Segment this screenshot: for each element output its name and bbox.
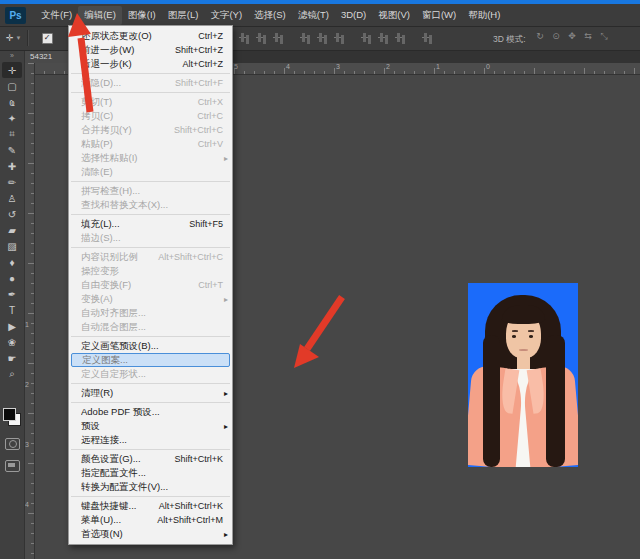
eyedropper-tool[interactable]: ✎ (2, 142, 22, 158)
menubar-item-3DD[interactable]: 3D(D) (335, 6, 372, 25)
3d-mode-icon-2[interactable]: ⊙ (548, 31, 564, 42)
lasso-tool[interactable]: ҩ (2, 94, 22, 110)
pen-tool[interactable]: ✒ (2, 286, 22, 302)
rectangular-marquee-tool[interactable]: ▢ (2, 78, 22, 94)
align-right-edges-icon[interactable] (333, 31, 346, 44)
menu-item-label: 远程连接... (81, 434, 223, 447)
move-tool[interactable]: ✛ (2, 62, 22, 78)
menubar-item-窗口W[interactable]: 窗口(W) (416, 6, 462, 25)
menubar-item-选择S[interactable]: 选择(S) (248, 6, 292, 25)
align-top-edges-icon[interactable] (238, 31, 251, 44)
menubar-item-编辑E[interactable]: 编辑(E) (78, 6, 122, 25)
3d-mode-icon-5[interactable]: ⤡ (596, 31, 612, 42)
align-left-edges-icon[interactable] (299, 31, 312, 44)
menu-item-预设[interactable]: 预设▸ (69, 419, 232, 433)
menu-item-清理R[interactable]: 清理(R)▸ (69, 386, 232, 400)
menu-item-首选项N[interactable]: 首选项(N)▸ (69, 527, 232, 541)
menubar-item-文字Y[interactable]: 文字(Y) (204, 6, 248, 25)
menu-item-还原状态更改O[interactable]: 还原状态更改(O)Ctrl+Z (69, 29, 232, 43)
menu-item-label: 操控变形 (81, 265, 223, 278)
menu-item-自动对齐图层[interactable]: 自动对齐图层... (69, 306, 232, 320)
menubar-item-视图V[interactable]: 视图(V) (372, 6, 416, 25)
menu-item-shortcut: Alt+Ctrl+Z (182, 59, 223, 69)
foreground-color-swatch[interactable] (3, 408, 16, 421)
ruler-tick (31, 433, 34, 434)
menu-item-远程连接[interactable]: 远程连接... (69, 433, 232, 447)
menu-item-菜单U[interactable]: 菜单(U)...Alt+Shift+Ctrl+M (69, 513, 232, 527)
menu-item-颜色设置G[interactable]: 颜色设置(G)...Shift+Ctrl+K (69, 452, 232, 466)
submenu-arrow-icon: ▸ (224, 530, 228, 539)
menu-item-剪切T[interactable]: 剪切(T)Ctrl+X (69, 95, 232, 109)
menubar-item-文件F[interactable]: 文件(F) (35, 6, 78, 25)
menu-item-渐隐D[interactable]: 渐隐(D)...Shift+Ctrl+F (69, 76, 232, 90)
dodge-tool[interactable]: ● (2, 270, 22, 286)
spot-healing-brush-tool[interactable]: ✚ (2, 158, 22, 174)
align-bottom-edges-icon[interactable] (272, 31, 285, 44)
menu-item-键盘快捷键[interactable]: 键盘快捷键...Alt+Shift+Ctrl+K (69, 499, 232, 513)
menu-item-操控变形[interactable]: 操控变形 (69, 264, 232, 278)
quick-mask-button[interactable] (5, 438, 20, 450)
move-tool-preset[interactable]: ✛ ▼ (6, 33, 22, 43)
3d-mode-icon-1[interactable]: ↻ (532, 31, 548, 42)
distribute-top-edges-icon[interactable] (360, 31, 373, 44)
menubar-item-图像I[interactable]: 图像(I) (122, 6, 162, 25)
type-tool[interactable]: T (2, 302, 22, 318)
distribute-vertical-centers-icon[interactable] (377, 31, 390, 44)
menu-item-填充L[interactable]: 填充(L)...Shift+F5 (69, 217, 232, 231)
menu-item-自由变换F[interactable]: 自由变换(F)Ctrl+T (69, 278, 232, 292)
menu-item-转换为配置文件V[interactable]: 转换为配置文件(V)... (69, 480, 232, 494)
menu-item-指定配置文件[interactable]: 指定配置文件... (69, 466, 232, 480)
menu-item-定义自定形状[interactable]: 定义自定形状... (69, 367, 232, 381)
ruler-tick (544, 71, 545, 74)
auto-select-checkbox[interactable]: ✓ (42, 33, 53, 44)
menubar-item-帮助H[interactable]: 帮助(H) (462, 6, 506, 25)
quick-selection-tool[interactable]: ✦ (2, 110, 22, 126)
toolbox-collapse-button[interactable]: » (10, 50, 14, 62)
menu-item-label: Adobe PDF 预设... (81, 406, 223, 419)
brush-tool[interactable]: ✏ (2, 174, 22, 190)
custom-shape-tool[interactable]: ❀ (2, 334, 22, 350)
align-vertical-centers-icon[interactable] (255, 31, 268, 44)
zoom-tool[interactable]: ⌕ (2, 366, 22, 382)
menu-item-变换A[interactable]: 变换(A)▸ (69, 292, 232, 306)
auto-align-layers-icon[interactable] (421, 31, 434, 44)
menu-item-描边S[interactable]: 描边(S)... (69, 231, 232, 245)
menu-item-定义图案[interactable]: 定义图案... (71, 353, 230, 367)
clone-stamp-tool[interactable]: ♙ (2, 190, 22, 206)
align-horizontal-centers-icon[interactable] (316, 31, 329, 44)
menu-item-合并拷贝Y[interactable]: 合并拷贝(Y)Shift+Ctrl+C (69, 123, 232, 137)
path-selection-tool[interactable]: ▶ (2, 318, 22, 334)
eraser-tool[interactable]: ▰ (2, 222, 22, 238)
menu-item-拼写检查H[interactable]: 拼写检查(H)... (69, 184, 232, 198)
ruler-tick (384, 68, 385, 74)
menu-item-自动混合图层[interactable]: 自动混合图层... (69, 320, 232, 334)
gradient-tool[interactable]: ▨ (2, 238, 22, 254)
menu-item-后退一步K[interactable]: 后退一步(K)Alt+Ctrl+Z (69, 57, 232, 71)
ruler-tick (624, 71, 625, 74)
ruler-tick (31, 353, 34, 354)
color-swatches[interactable] (3, 408, 21, 426)
menu-item-拷贝C[interactable]: 拷贝(C)Ctrl+C (69, 109, 232, 123)
history-brush-tool[interactable]: ↺ (2, 206, 22, 222)
menubar-item-图层L[interactable]: 图层(L) (162, 6, 205, 25)
3d-mode-icon-4[interactable]: ⇆ (580, 31, 596, 42)
3d-mode-icon-3[interactable]: ✥ (564, 31, 580, 42)
blur-tool[interactable]: ♦ (2, 254, 22, 270)
menu-item-查找和替换文本X[interactable]: 查找和替换文本(X)... (69, 198, 232, 212)
menubar-item-滤镜T[interactable]: 滤镜(T) (292, 6, 335, 25)
menu-item-定义画笔预设B[interactable]: 定义画笔预设(B)... (69, 339, 232, 353)
ruler-tick (31, 273, 34, 274)
screen-mode-button[interactable] (5, 460, 20, 472)
menu-item-清除E[interactable]: 清除(E) (69, 165, 232, 179)
menu-item-内容识别比例[interactable]: 内容识别比例Alt+Shift+Ctrl+C (69, 250, 232, 264)
id-photo-image[interactable] (468, 283, 578, 467)
menu-item-Adobe PDF 预设[interactable]: Adobe PDF 预设... (69, 405, 232, 419)
menu-item-label: 选择性粘贴(I) (81, 152, 224, 165)
menu-item-选择性粘贴I[interactable]: 选择性粘贴(I)▸ (69, 151, 232, 165)
menu-item-shortcut: Shift+F5 (189, 219, 223, 229)
hand-tool[interactable]: ☛ (2, 350, 22, 366)
crop-tool[interactable]: ⌗ (2, 126, 22, 142)
menu-item-前进一步W[interactable]: 前进一步(W)Shift+Ctrl+Z (69, 43, 232, 57)
distribute-bottom-edges-icon[interactable] (394, 31, 407, 44)
menu-item-粘贴P[interactable]: 粘贴(P)Ctrl+V (69, 137, 232, 151)
